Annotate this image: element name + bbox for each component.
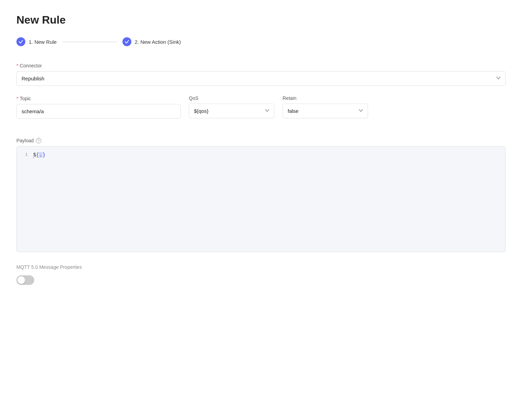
connector-label: * Connector — [16, 63, 506, 68]
qos-select-wrapper: ${qos}012 — [189, 104, 274, 118]
payload-code-editor[interactable]: 1 ${.} — [16, 146, 506, 252]
step-2: 2. New Action (Sink) — [122, 37, 181, 46]
connector-select[interactable]: Republish — [16, 71, 506, 86]
stepper: 1. New Rule 2. New Action (Sink) — [16, 37, 506, 46]
topic-qos-retain-row: * Topic QoS ${qos}012 Retain falsetrue — [16, 95, 506, 128]
retain-field: Retain falsetrue — [283, 95, 368, 118]
code-close-brace: } — [42, 152, 45, 158]
step-connector — [62, 42, 117, 42]
topic-required-star: * — [16, 95, 18, 101]
topic-field: * Topic — [16, 95, 181, 119]
code-line-1: 1 ${.} — [17, 150, 505, 159]
page-title: New Rule — [16, 14, 506, 26]
step-2-icon — [122, 37, 131, 46]
retain-select[interactable]: falsetrue — [283, 104, 368, 118]
topic-input[interactable] — [16, 104, 181, 119]
mqtt-label: MQTT 5.0 Message Properties — [16, 264, 506, 270]
connector-select-wrapper: Republish — [16, 71, 506, 86]
line-content-1: ${.} — [33, 151, 505, 159]
step-2-label: 2. New Action (Sink) — [135, 39, 181, 45]
mqtt-section: MQTT 5.0 Message Properties — [16, 264, 506, 285]
payload-label: Payload ? — [16, 138, 506, 143]
retain-label: Retain — [283, 95, 368, 101]
mqtt-toggle[interactable] — [16, 275, 34, 285]
qos-select[interactable]: ${qos}012 — [189, 104, 274, 118]
qos-field: QoS ${qos}012 — [189, 95, 274, 118]
step-1-icon — [16, 37, 25, 46]
step-1: 1. New Rule — [16, 37, 57, 46]
connector-field: * Connector Republish — [16, 63, 506, 86]
qos-label: QoS — [189, 95, 274, 101]
line-number-1: 1 — [17, 151, 33, 159]
retain-select-wrapper: falsetrue — [283, 104, 368, 118]
payload-section: Payload ? 1 ${.} — [16, 138, 506, 252]
code-dot-highlight: . — [39, 152, 42, 158]
connector-required-star: * — [16, 63, 18, 68]
payload-help-icon[interactable]: ? — [36, 138, 41, 143]
code-open-brace: { — [36, 152, 39, 158]
topic-label: * Topic — [16, 95, 181, 101]
step-1-label: 1. New Rule — [29, 39, 57, 45]
mqtt-toggle-knob — [17, 276, 25, 284]
